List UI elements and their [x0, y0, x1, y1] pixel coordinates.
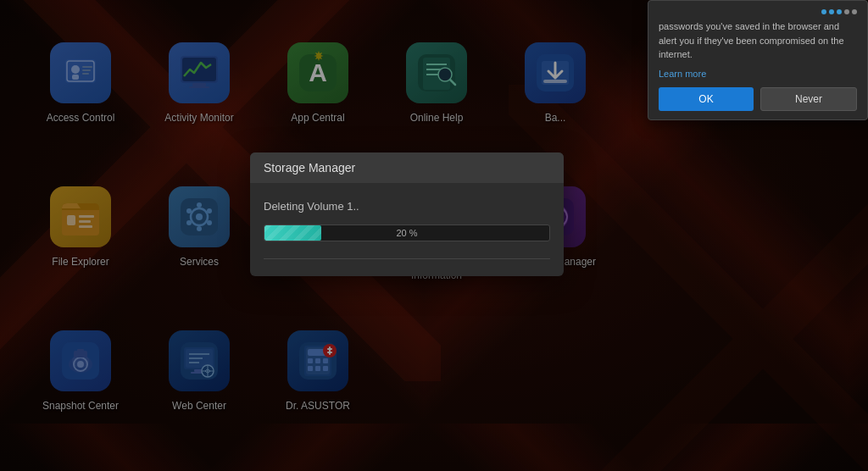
dialog-title: Storage Manager	[264, 161, 355, 175]
dialog-body: Deleting Volume 1.. 20 %	[250, 183, 564, 276]
dialog-divider	[264, 258, 550, 259]
learn-more-link[interactable]: Learn more	[659, 69, 857, 79]
notification-text: passwords you've saved in the browser an…	[659, 19, 857, 62]
dot-2	[829, 9, 834, 14]
never-button[interactable]: Never	[760, 87, 857, 111]
progress-bar-container: 20 %	[264, 224, 550, 241]
dialog-status-text: Deleting Volume 1..	[264, 200, 550, 213]
ok-button[interactable]: OK	[659, 87, 754, 111]
notification-actions: OK Never	[659, 87, 857, 111]
storage-manager-dialog: Storage Manager Deleting Volume 1.. 20 %	[250, 152, 564, 276]
dot-1	[821, 9, 826, 14]
dot-4	[844, 9, 849, 14]
notification-dots	[821, 9, 857, 14]
progress-label: 20 %	[396, 228, 417, 238]
dialog-title-bar: Storage Manager	[250, 152, 564, 183]
dot-3	[837, 9, 842, 14]
progress-bar-fill	[264, 225, 321, 241]
notification-popup: passwords you've saved in the browser an…	[648, 0, 868, 120]
dot-5	[852, 9, 857, 14]
notification-header	[659, 9, 857, 14]
